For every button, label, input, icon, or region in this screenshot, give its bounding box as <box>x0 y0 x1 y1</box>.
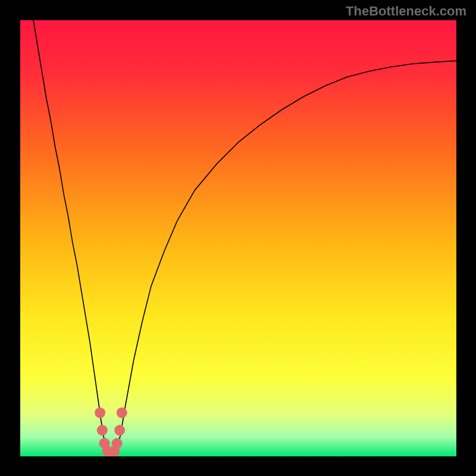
chart-frame: TheBottleneck.com <box>0 0 476 476</box>
marker-dot <box>112 438 123 449</box>
marker-dot <box>114 425 125 436</box>
chart-svg <box>20 20 456 456</box>
chart-plot-area <box>20 20 456 456</box>
marker-dot <box>117 408 127 418</box>
marker-dot <box>97 425 108 436</box>
chart-background <box>20 20 456 456</box>
marker-dot <box>95 408 105 418</box>
watermark-text: TheBottleneck.com <box>346 4 466 19</box>
